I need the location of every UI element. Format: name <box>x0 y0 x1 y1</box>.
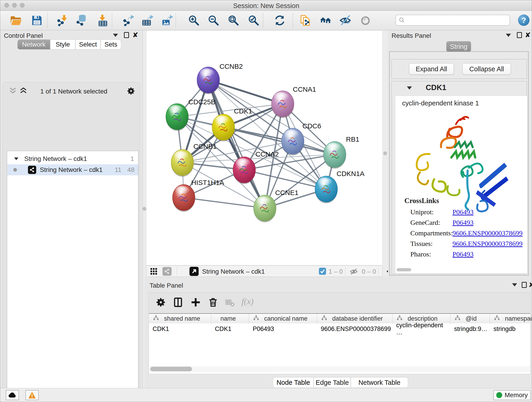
warnings-button[interactable] <box>25 390 39 400</box>
panel-close-icon[interactable]: ✘ <box>133 32 138 38</box>
crosslink-link[interactable]: P06493 <box>452 219 474 226</box>
import-network-database-icon[interactable] <box>76 14 88 27</box>
table-cell[interactable]: stringdb:9… <box>450 324 490 334</box>
collapse-all-button[interactable]: Collapse All <box>462 63 511 75</box>
memory-button[interactable]: Memory <box>493 390 531 400</box>
table-cell[interactable]: CDK1 <box>149 324 211 334</box>
panel-float-icon[interactable] <box>517 32 522 38</box>
table-hscrollbar[interactable] <box>149 366 530 372</box>
table-cell[interactable]: P06493 <box>249 324 317 334</box>
create-column-icon[interactable] <box>190 297 201 309</box>
open-in-browser-icon[interactable] <box>190 267 199 276</box>
collapse-all-chevron-icon[interactable] <box>9 87 17 94</box>
network-options-gear-icon[interactable] <box>127 86 136 96</box>
crosslink-link[interactable]: P06493 <box>452 208 474 216</box>
panel-menu-icon[interactable] <box>113 34 118 37</box>
tab-select[interactable]: Select <box>75 39 101 50</box>
column-header-namespac[interactable]: namespac <box>490 314 531 323</box>
network-view-canvas[interactable]: CCNB2CCNA1CDC25BCDK1CDC6RB1CCNB1CCNA2CDK… <box>146 30 383 265</box>
section-expander-icon[interactable] <box>407 86 412 89</box>
import-network-file-icon[interactable] <box>56 14 68 27</box>
node-CCNB2[interactable] <box>197 67 220 94</box>
refresh-view-icon[interactable] <box>273 14 286 27</box>
zoom-in-icon[interactable] <box>188 14 200 27</box>
left-splitter-handle[interactable] <box>143 207 146 211</box>
table-cell[interactable]: 9606.ENSP00000378699 <box>317 324 393 334</box>
network-row-selected[interactable]: String Network – cdk1 11 48 <box>7 164 138 175</box>
right-splitter-handle[interactable] <box>383 152 387 155</box>
collection-expander-icon[interactable] <box>14 157 19 160</box>
open-session-icon[interactable] <box>10 14 22 27</box>
edge-CCNB2-CCNE1[interactable] <box>208 80 265 208</box>
tab-node-table[interactable]: Node Table <box>273 377 314 388</box>
help-button[interactable]: ? <box>518 14 530 26</box>
panel-menu-icon[interactable] <box>512 283 517 287</box>
column-header-database-identifier[interactable]: database identifier <box>317 314 393 323</box>
column-header-canonical-name[interactable]: canonical name <box>249 314 317 323</box>
zoom-fit-icon[interactable] <box>227 14 240 27</box>
tab-style[interactable]: Style <box>50 39 75 50</box>
results-hscroll-thumb[interactable] <box>397 268 411 271</box>
node-label-CDKN1A: CDKN1A <box>336 170 365 177</box>
node-CDC6[interactable] <box>282 128 304 155</box>
column-header-name[interactable]: name <box>211 314 249 323</box>
first-neighbors-icon[interactable] <box>319 14 332 27</box>
column-header--id[interactable]: @id <box>450 314 490 323</box>
table-cell[interactable]: CDK1 <box>211 324 249 334</box>
cloud-status-button[interactable] <box>6 390 19 400</box>
grid-view-icon[interactable] <box>150 268 158 276</box>
export-image-icon[interactable] <box>161 14 173 27</box>
edge-CCNA2-CDKN1A[interactable] <box>244 170 326 189</box>
crosslink-link[interactable]: P06493 <box>452 250 474 258</box>
panel-menu-icon[interactable] <box>506 34 511 37</box>
show-columns-icon[interactable] <box>173 297 184 309</box>
show-all-icon[interactable] <box>359 14 372 27</box>
hidden-eye-icon[interactable] <box>349 268 359 276</box>
network-collection-row[interactable]: String Network – cdk1 1 <box>7 153 138 164</box>
edge-CCNB2-CCNA1[interactable] <box>208 80 283 104</box>
column-header-shared-name[interactable]: shared name <box>149 314 211 323</box>
expand-all-button[interactable]: Expand All <box>409 63 454 75</box>
export-table-icon[interactable] <box>141 14 153 27</box>
export-network-icon[interactable] <box>122 14 134 27</box>
table-hscrollbar-thumb[interactable] <box>150 367 192 371</box>
delete-table-icon <box>225 299 234 308</box>
expand-all-chevron-icon[interactable] <box>19 87 27 94</box>
edge-HIST1H1A-CCNE1[interactable] <box>184 198 265 208</box>
node-CCNA1[interactable] <box>272 91 294 118</box>
panel-close-icon[interactable]: ✘ <box>529 282 532 288</box>
tab-string[interactable]: String <box>446 41 471 52</box>
node-CDK1[interactable] <box>212 114 234 141</box>
tab-network[interactable]: Network <box>17 39 50 50</box>
node-CDC25B[interactable] <box>166 104 188 131</box>
crosslink-link[interactable]: 9606.ENSP00000378699 <box>452 240 523 248</box>
search-input[interactable] <box>405 17 506 24</box>
node-CDKN1A[interactable] <box>315 176 337 203</box>
node-HIST1H1A[interactable] <box>172 185 195 212</box>
panel-float-icon[interactable] <box>124 32 129 38</box>
crosslink-link[interactable]: 9606.ENSP00000378699 <box>452 229 523 237</box>
save-session-icon[interactable] <box>31 14 43 27</box>
tab-network-table[interactable]: Network Table <box>351 377 408 388</box>
zoom-out-icon[interactable] <box>207 14 220 27</box>
panel-float-icon[interactable] <box>522 282 527 288</box>
new-network-from-selection-icon[interactable] <box>299 14 312 27</box>
search-field[interactable] <box>395 15 510 26</box>
import-table-file-icon[interactable] <box>97 14 109 27</box>
table-cell[interactable]: cyclin-dependent … <box>393 324 450 334</box>
string-view-icon[interactable] <box>162 267 172 276</box>
node-CCNA2[interactable] <box>233 157 255 184</box>
table-settings-gear-icon[interactable] <box>155 297 166 308</box>
node-CCNE1[interactable] <box>254 195 276 222</box>
selected-checkbox[interactable] <box>319 268 326 275</box>
node-RB1[interactable] <box>323 141 346 169</box>
control-panel-title: Control Panel <box>4 32 43 39</box>
panel-close-icon[interactable]: ✘ <box>525 32 531 38</box>
zoom-selected-icon[interactable] <box>247 14 260 27</box>
delete-column-trash-icon[interactable] <box>208 297 219 309</box>
tab-sets[interactable]: Sets <box>101 39 121 50</box>
node-CCNB1[interactable] <box>171 149 194 177</box>
tab-edge-table[interactable]: Edge Table <box>314 377 351 388</box>
table-cell[interactable]: stringdb <box>490 324 531 334</box>
hide-selected-icon[interactable] <box>339 14 351 27</box>
